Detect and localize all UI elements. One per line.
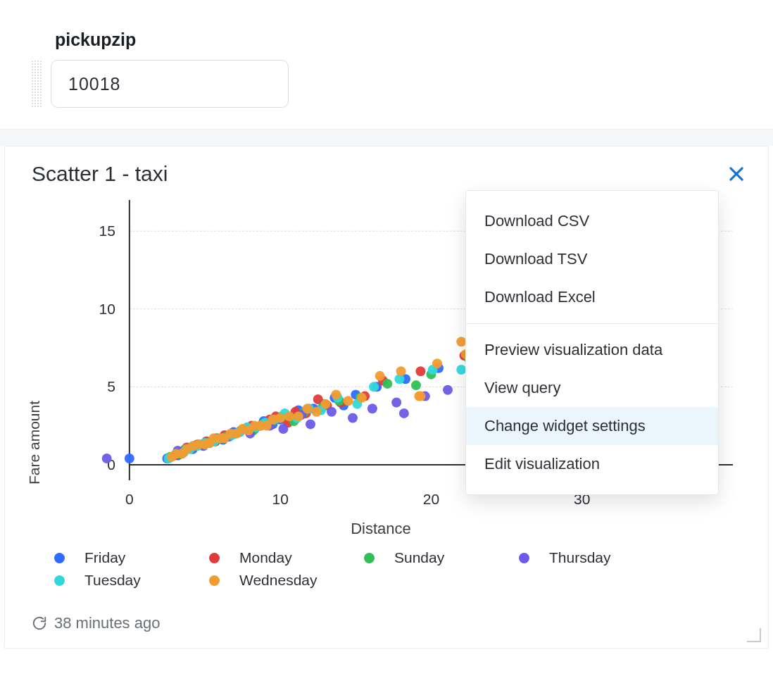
menu-separator xyxy=(466,323,718,324)
menu-item-change-widget-settings[interactable]: Change widget settings xyxy=(466,407,718,445)
menu-item-download-excel[interactable]: Download Excel xyxy=(466,278,718,316)
filter-row xyxy=(31,60,742,108)
filter-section: pickupzip xyxy=(0,0,773,129)
svg-point-169 xyxy=(303,404,313,413)
svg-point-167 xyxy=(284,411,294,421)
pickupzip-input[interactable] xyxy=(51,60,289,108)
legend-label: Wednesday xyxy=(239,572,318,589)
legend-label: Monday xyxy=(239,549,292,566)
legend-item-monday[interactable]: Monday xyxy=(209,546,364,569)
card-footer: 38 minutes ago xyxy=(5,596,768,637)
svg-point-111 xyxy=(391,397,401,407)
legend-label: Tuesday xyxy=(84,572,141,589)
y-axis-label: Fare amount xyxy=(26,401,43,485)
svg-point-108 xyxy=(327,407,337,417)
svg-point-171 xyxy=(320,399,330,409)
svg-point-172 xyxy=(331,389,341,399)
context-menu: Download CSVDownload TSVDownload ExcelPr… xyxy=(465,190,719,495)
refresh-timestamp: 38 minutes ago xyxy=(54,614,160,632)
filter-label: pickupzip xyxy=(55,30,742,50)
legend-item-wednesday[interactable]: Wednesday xyxy=(209,569,364,592)
svg-text:10: 10 xyxy=(272,491,288,507)
legend-swatch-icon xyxy=(519,553,529,563)
svg-point-110 xyxy=(367,404,377,413)
svg-point-176 xyxy=(396,366,406,376)
resize-handle-icon[interactable] xyxy=(747,628,761,642)
svg-point-179 xyxy=(432,358,442,368)
svg-point-66 xyxy=(415,366,425,376)
menu-item-edit-visualization[interactable]: Edit visualization xyxy=(466,445,718,483)
svg-point-175 xyxy=(375,371,385,381)
svg-text:20: 20 xyxy=(423,491,439,507)
svg-point-139 xyxy=(369,382,379,392)
svg-text:15: 15 xyxy=(99,223,115,239)
svg-point-107 xyxy=(306,419,315,429)
x-axis-label: Distance xyxy=(43,520,747,538)
legend-swatch-icon xyxy=(364,553,375,563)
legend-label: Friday xyxy=(84,549,125,566)
legend-label: Sunday xyxy=(394,549,444,566)
legend-swatch-icon xyxy=(209,575,220,586)
svg-point-173 xyxy=(344,396,353,406)
drag-handle-icon[interactable] xyxy=(31,60,42,108)
close-icon[interactable] xyxy=(726,163,747,185)
menu-item-download-csv[interactable]: Download CSV xyxy=(466,202,718,240)
svg-point-99 xyxy=(102,454,112,463)
svg-point-91 xyxy=(411,380,421,390)
svg-point-174 xyxy=(357,393,367,403)
refresh-icon xyxy=(32,615,47,631)
card-header: Scatter 1 - taxi xyxy=(5,162,768,189)
svg-point-109 xyxy=(348,413,358,423)
svg-point-170 xyxy=(312,407,322,417)
svg-text:10: 10 xyxy=(99,301,115,317)
svg-point-14 xyxy=(125,454,134,463)
legend-label: Thursday xyxy=(549,549,611,566)
svg-point-90 xyxy=(382,379,392,389)
svg-text:5: 5 xyxy=(107,378,115,394)
svg-point-168 xyxy=(294,411,303,421)
legend-item-friday[interactable]: Friday xyxy=(54,546,209,569)
card-title: Scatter 1 - taxi xyxy=(32,162,168,186)
legend-item-thursday[interactable]: Thursday xyxy=(519,546,674,569)
card-gap xyxy=(0,129,773,146)
menu-item-download-tsv[interactable]: Download TSV xyxy=(466,240,718,278)
svg-point-178 xyxy=(415,392,425,401)
svg-point-114 xyxy=(443,385,453,395)
legend-item-sunday[interactable]: Sunday xyxy=(364,546,519,569)
menu-item-view-query[interactable]: View query xyxy=(466,369,718,407)
svg-point-112 xyxy=(399,408,409,418)
legend: FridayMondaySundayThursdayTuesdayWednesd… xyxy=(5,538,768,596)
svg-point-105 xyxy=(278,424,288,434)
legend-swatch-icon xyxy=(54,575,65,586)
svg-text:0: 0 xyxy=(125,491,134,507)
legend-swatch-icon xyxy=(54,553,65,563)
legend-swatch-icon xyxy=(209,553,220,563)
menu-item-preview-visualization-data[interactable]: Preview visualization data xyxy=(466,331,718,369)
svg-point-166 xyxy=(275,413,285,423)
visualization-card: Scatter 1 - taxi Fare amount 05101501020… xyxy=(4,146,769,649)
legend-item-tuesday[interactable]: Tuesday xyxy=(54,569,209,592)
